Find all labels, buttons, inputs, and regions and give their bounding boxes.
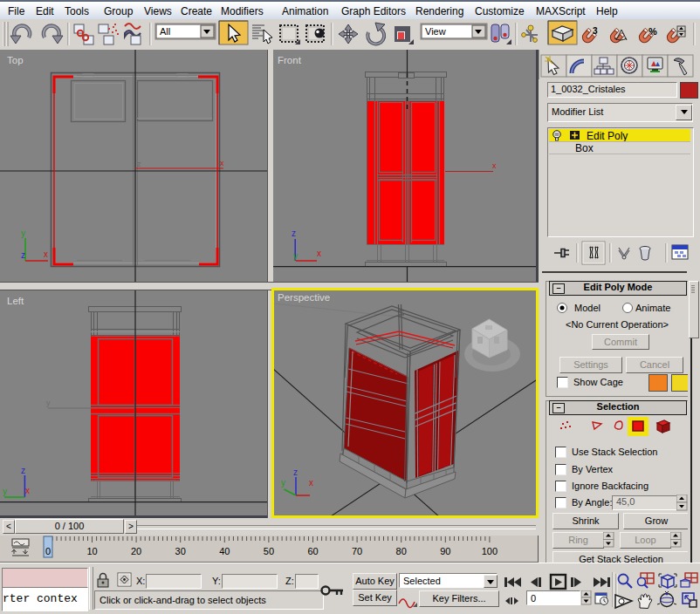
svg-text:x: x — [309, 478, 313, 488]
svg-text:View: View — [425, 26, 446, 37]
svg-text:Left: Left — [7, 296, 24, 306]
svg-text:50: 50 — [264, 546, 274, 556]
svg-text:90: 90 — [440, 546, 450, 556]
svg-text:x: x — [492, 161, 497, 170]
svg-text:40: 40 — [219, 546, 230, 556]
svg-text:60: 60 — [307, 546, 318, 556]
svg-text:3: 3 — [593, 26, 598, 36]
svg-text:Front: Front — [278, 55, 302, 65]
svg-text:10: 10 — [86, 546, 97, 556]
svg-text:y: y — [281, 478, 285, 488]
svg-text:0: 0 — [45, 546, 51, 556]
svg-text:70: 70 — [352, 546, 362, 556]
svg-text:All: All — [160, 26, 170, 37]
svg-text:z: z — [137, 160, 141, 168]
svg-text:100: 100 — [482, 546, 498, 556]
svg-text:z: z — [21, 466, 25, 475]
svg-text:z: z — [292, 229, 296, 238]
svg-text:y: y — [3, 487, 7, 496]
svg-text:Top: Top — [7, 55, 24, 65]
svg-text:Perspective: Perspective — [278, 292, 330, 303]
svg-text:x: x — [44, 249, 48, 259]
svg-text:z: z — [21, 250, 25, 260]
svg-text:z: z — [293, 467, 298, 477]
svg-text:20: 20 — [131, 546, 141, 556]
svg-text:80: 80 — [396, 546, 407, 556]
svg-text:x: x — [317, 249, 321, 258]
svg-text:30: 30 — [175, 546, 186, 556]
svg-text:x: x — [220, 159, 224, 167]
svg-text:y: y — [46, 399, 51, 407]
svg-text:y: y — [293, 251, 298, 261]
svg-text:%: % — [649, 26, 657, 37]
svg-text:x: x — [25, 486, 30, 495]
svg-text:y: y — [21, 229, 25, 238]
